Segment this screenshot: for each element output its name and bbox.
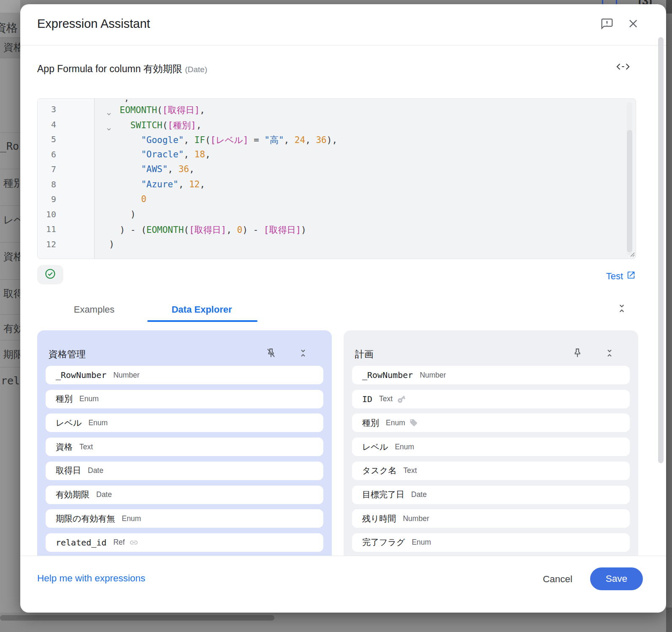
- tab-data-explorer[interactable]: Data Explorer: [155, 300, 248, 320]
- panel-title: 資格管理: [49, 348, 86, 361]
- field-name: 種別: [56, 393, 73, 405]
- line-number: 6: [38, 149, 56, 159]
- dialog-scrollbar-thumb[interactable]: [658, 37, 664, 463]
- code-line[interactable]: 10): [38, 209, 636, 224]
- cancel-button[interactable]: Cancel: [532, 567, 583, 590]
- background-row-separator: [0, 205, 20, 206]
- editor-scrollbar-thumb[interactable]: [627, 130, 632, 252]
- save-button[interactable]: Save: [590, 567, 643, 590]
- header-divider: [20, 45, 666, 46]
- background-text-fragment: レベ: [3, 213, 20, 227]
- line-number: 7: [38, 164, 56, 174]
- background-text-fragment: 資格: [3, 41, 20, 54]
- line-number: 5: [38, 134, 56, 144]
- field-row[interactable]: レベルEnum: [352, 438, 630, 456]
- code-text: ) - (EOMONTH([取得日], 0) - [取得日]): [98, 224, 306, 236]
- field-type: Ref: [113, 538, 125, 547]
- active-tab-underline: [147, 320, 257, 322]
- formula-context-label: App Formula for column 有効期限 (Date): [37, 62, 207, 76]
- field-row[interactable]: 種別Enum: [46, 390, 323, 408]
- field-row[interactable]: 種別Enum: [352, 413, 630, 432]
- field-row[interactable]: _RowNumberNumber: [46, 366, 323, 384]
- field-name: 残り時間: [362, 513, 396, 524]
- field-row[interactable]: 取得日Date: [46, 462, 323, 480]
- code-line[interactable]: 7"AWS", 36,: [38, 164, 636, 179]
- close-icon: [627, 18, 639, 31]
- field-type: Number: [403, 514, 429, 523]
- resize-handle-icon[interactable]: [628, 250, 635, 259]
- field-row[interactable]: related_idRef: [46, 533, 323, 552]
- field-row[interactable]: 有効期限Date: [46, 486, 323, 504]
- field-name: 期限の有効有無: [56, 513, 115, 524]
- collapse-icon: [616, 302, 627, 316]
- field-type: Enum: [79, 394, 99, 403]
- code-text: EOMONTH([取得日],: [98, 104, 205, 116]
- field-row[interactable]: _RowNumberNumber: [352, 366, 630, 384]
- collapse-icon: [298, 347, 308, 361]
- code-line[interactable]: 11) - (EOMONTH([取得日], 0) - [取得日]): [38, 224, 636, 239]
- field-row[interactable]: 資格Text: [46, 438, 323, 456]
- background-text-fragment: rela: [1, 375, 20, 387]
- feedback-button[interactable]: [600, 18, 614, 31]
- line-number: 8: [38, 179, 56, 189]
- code-line[interactable]: 12): [38, 239, 636, 254]
- code-line[interactable]: 5"Google", IF([レベル] = "高", 24, 36),: [38, 134, 636, 149]
- field-name: ID: [362, 394, 372, 404]
- collapse-panel-button[interactable]: [604, 347, 615, 361]
- background-text-fragment: _Ro: [0, 140, 19, 152]
- field-name: related_id: [56, 537, 106, 548]
- field-name: 種別: [362, 417, 379, 429]
- code-line[interactable]: 4SWITCH([種別],: [38, 119, 636, 135]
- code-text: "AWS", 36,: [98, 164, 195, 174]
- code-line[interactable]: 90: [38, 194, 636, 209]
- line-number: 3: [38, 104, 56, 114]
- field-row[interactable]: 完了フラグEnum: [352, 533, 630, 552]
- code-icon: [615, 61, 631, 74]
- code-line[interactable]: 8"Azure", 12,: [38, 179, 636, 194]
- data-panel-shikaku-kanri: 資格管理 _RowNumberNum: [37, 330, 332, 556]
- collapse-panel-button[interactable]: [298, 347, 308, 361]
- field-row[interactable]: 目標完了日Date: [352, 486, 630, 504]
- code-line[interactable]: 3EOMONTH([取得日],: [38, 104, 636, 119]
- line-number: 9: [38, 194, 56, 204]
- code-text: ): [98, 239, 114, 249]
- background-top-band: [0, 0, 20, 13]
- tab-examples[interactable]: Examples: [62, 300, 126, 320]
- pin-icon: [572, 347, 583, 361]
- close-button[interactable]: [627, 18, 639, 31]
- collapse-section-button[interactable]: [616, 302, 627, 316]
- background-text-fragment: 資格: [3, 250, 20, 263]
- field-name: 有効期限: [56, 489, 89, 500]
- field-type: Enum: [88, 419, 108, 427]
- background-row-separator: [0, 340, 20, 340]
- help-expressions-link[interactable]: Help me with expressions: [37, 573, 145, 584]
- code-view-toggle[interactable]: [615, 61, 631, 74]
- field-name: 完了フラグ: [362, 537, 405, 548]
- screen: 資格資格_Ro種別レベ資格取得有効期限rela (3) Expression A…: [0, 0, 672, 632]
- field-row[interactable]: タスク名Text: [352, 462, 630, 480]
- dialog-title: Expression Assistant: [37, 17, 150, 31]
- field-row[interactable]: IDText: [352, 390, 630, 408]
- background-row-separator: [0, 279, 20, 280]
- code-text: "Oracle", 18,: [98, 149, 211, 159]
- code-text: "Google", IF([レベル] = "高", 24, 36),: [98, 134, 337, 146]
- pin-button[interactable]: [572, 347, 583, 361]
- field-name: 資格: [56, 441, 73, 453]
- unpin-button[interactable]: [265, 347, 277, 361]
- field-row[interactable]: 期限の有効有無Enum: [46, 509, 323, 528]
- code-line[interactable]: 6"Oracle", 18,: [38, 149, 636, 165]
- field-type: Text: [379, 394, 393, 403]
- horizontal-scrollbar-thumb[interactable]: [0, 615, 274, 621]
- field-row[interactable]: レベルEnum: [46, 413, 323, 432]
- formula-editor[interactable]: , 3EOMONTH([取得日],4SWITCH([種別],5"Google",…: [37, 98, 636, 259]
- open-in-new-icon: [626, 270, 636, 282]
- field-name: 取得日: [56, 465, 81, 476]
- field-row[interactable]: 残り時間Number: [352, 509, 630, 528]
- pin-off-icon: [265, 347, 277, 361]
- field-type: Number: [113, 371, 139, 380]
- field-name: _RowNumber: [56, 370, 106, 380]
- code-text: SWITCH([種別],: [98, 119, 201, 131]
- field-type: Text: [403, 466, 417, 475]
- test-button[interactable]: Test: [606, 270, 636, 282]
- line-number: 10: [38, 209, 56, 219]
